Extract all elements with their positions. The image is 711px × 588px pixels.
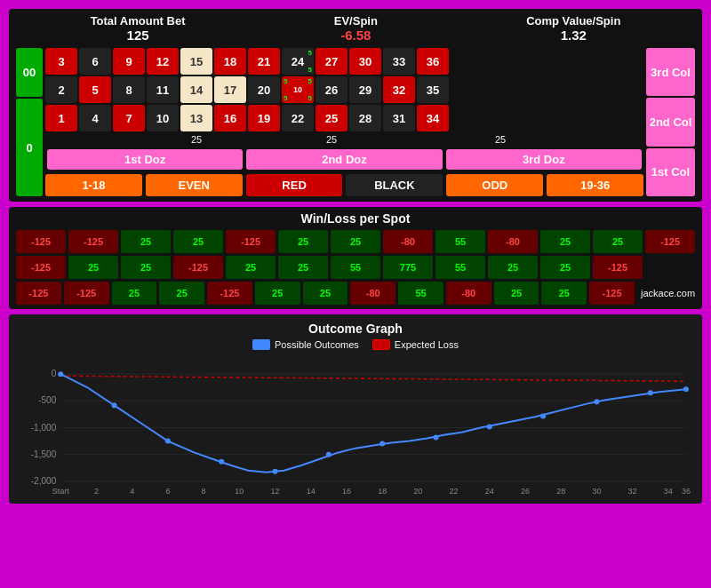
num-25[interactable]: 25 — [316, 105, 348, 131]
zero-00[interactable]: 00 — [16, 48, 43, 97]
svg-point-24 — [683, 386, 689, 392]
wl-3-12: 25 — [541, 282, 587, 305]
wl-2-13 — [645, 256, 695, 279]
wl-3-2: -125 — [64, 282, 109, 305]
col-bets: 3rd Col 2nd Col 1st Col — [646, 48, 695, 196]
num-22[interactable]: 22 — [282, 105, 314, 131]
col-1st[interactable]: 1st Col — [646, 148, 695, 196]
bet-black[interactable]: BLACK — [346, 174, 443, 196]
svg-text:28: 28 — [556, 487, 565, 496]
dozen-1[interactable]: 1st Doz — [47, 149, 243, 170]
num-28[interactable]: 28 — [349, 105, 381, 131]
ev-value: -6.58 — [334, 28, 378, 43]
wl-1-7: 25 — [331, 230, 380, 253]
svg-text:-500: -500 — [38, 395, 57, 405]
bet-19-36[interactable]: 19-36 — [547, 174, 643, 196]
num-33[interactable]: 33 — [383, 48, 415, 75]
bet-odd[interactable]: ODD — [446, 174, 543, 196]
numbers-row-2: 2 5 8 11 14 17 20 5 10 5 5 5 26 29 — [45, 76, 643, 103]
num-3[interactable]: 3 — [45, 48, 77, 75]
num-8[interactable]: 8 — [113, 76, 145, 103]
winloss-title: Win/Loss per Spot — [16, 211, 695, 226]
graph-legend: Possible Outcomes Expected Loss — [16, 339, 695, 350]
num-16[interactable]: 16 — [214, 105, 246, 131]
num-10[interactable]: 10 — [147, 105, 179, 131]
svg-point-12 — [58, 371, 63, 377]
legend-possible-box — [252, 339, 270, 350]
num-32[interactable]: 32 — [383, 76, 415, 103]
num-12[interactable]: 12 — [147, 48, 179, 75]
table-section: Total Amount Bet 125 EV/Spin -6.58 Comp … — [9, 9, 702, 202]
col-3rd[interactable]: 3rd Col — [646, 48, 695, 96]
svg-point-15 — [219, 459, 224, 465]
num-20[interactable]: 20 — [248, 76, 280, 103]
num-15[interactable]: 15 — [180, 48, 212, 75]
svg-text:18: 18 — [378, 487, 387, 496]
wl-3-8: -80 — [350, 282, 395, 305]
wl-2-6: 25 — [278, 256, 328, 279]
svg-point-23 — [648, 390, 653, 395]
svg-point-13 — [112, 402, 117, 408]
svg-text:-2,000: -2,000 — [31, 476, 57, 486]
wl-3-9: 55 — [398, 282, 443, 305]
bet-even[interactable]: EVEN — [146, 174, 243, 196]
wl-1-13: -125 — [645, 230, 695, 253]
wl-row-2: -125 25 25 -125 25 25 55 775 55 25 25 -1… — [16, 256, 695, 279]
num-6[interactable]: 6 — [79, 48, 111, 75]
bet-1-18[interactable]: 1-18 — [45, 174, 142, 196]
total-bet-label: Total Amount Bet — [91, 14, 186, 28]
num-7[interactable]: 7 — [113, 105, 145, 131]
wl-2-5: 25 — [226, 256, 276, 279]
svg-text:36: 36 — [682, 487, 691, 496]
legend-possible-label: Possible Outcomes — [275, 339, 359, 350]
num-14[interactable]: 14 — [180, 76, 212, 103]
num-1[interactable]: 1 — [45, 105, 77, 131]
num-30[interactable]: 30 — [349, 48, 381, 75]
legend-expected: Expected Loss — [372, 339, 459, 350]
num-26[interactable]: 26 — [316, 76, 348, 103]
wl-row-1: -125 -125 25 25 -125 25 25 -80 55 -80 25… — [16, 230, 695, 253]
num-27[interactable]: 27 — [316, 48, 348, 75]
wl-3-11: 25 — [494, 282, 539, 305]
num-36[interactable]: 36 — [417, 48, 449, 75]
winloss-section: Win/Loss per Spot -125 -125 25 25 -125 2… — [9, 207, 702, 309]
svg-text:12: 12 — [271, 487, 280, 496]
wl-2-10: 25 — [488, 256, 538, 279]
num-19[interactable]: 19 — [248, 105, 280, 131]
num-17[interactable]: 17 — [214, 76, 246, 103]
num-35[interactable]: 35 — [417, 76, 449, 103]
svg-text:2: 2 — [94, 487, 99, 496]
num-31[interactable]: 31 — [383, 105, 415, 131]
num-4[interactable]: 4 — [79, 105, 111, 131]
bet-red[interactable]: RED — [246, 174, 343, 196]
svg-point-21 — [540, 413, 546, 418]
num-2[interactable]: 2 — [45, 76, 77, 103]
wl-1-4: 25 — [173, 230, 223, 253]
graph-title: Outcome Graph — [16, 322, 695, 336]
svg-text:34: 34 — [664, 487, 673, 496]
jackace-label: jackace.com — [641, 288, 695, 298]
svg-point-14 — [165, 439, 171, 444]
num-9[interactable]: 9 — [113, 48, 145, 75]
num-34[interactable]: 34 — [417, 105, 449, 131]
dozen-3[interactable]: 3rd Doz — [446, 149, 642, 170]
num-5[interactable]: 5 — [79, 76, 111, 103]
num-11[interactable]: 11 — [147, 76, 179, 103]
num-13[interactable]: 13 — [180, 105, 212, 131]
num-23[interactable]: 5 10 5 5 5 — [282, 76, 314, 103]
wl-3-13: -125 — [589, 282, 635, 305]
num-24[interactable]: 24 5 5 — [282, 48, 314, 75]
wl-3-6: 25 — [255, 282, 300, 305]
num-21[interactable]: 21 — [248, 48, 280, 75]
wl-1-9: 55 — [435, 230, 485, 253]
comp-value: 1.32 — [526, 28, 620, 43]
num-29[interactable]: 29 — [349, 76, 381, 103]
graph-section: Outcome Graph Possible Outcomes Expected… — [9, 314, 702, 504]
col-2nd[interactable]: 2nd Col — [646, 98, 695, 146]
wl-1-11: 25 — [540, 230, 590, 253]
zero-0[interactable]: 0 — [16, 99, 43, 196]
legend-possible: Possible Outcomes — [252, 339, 359, 350]
ev-block: EV/Spin -6.58 — [334, 14, 378, 43]
dozen-2[interactable]: 2nd Doz — [246, 149, 442, 170]
num-18[interactable]: 18 — [214, 48, 246, 75]
